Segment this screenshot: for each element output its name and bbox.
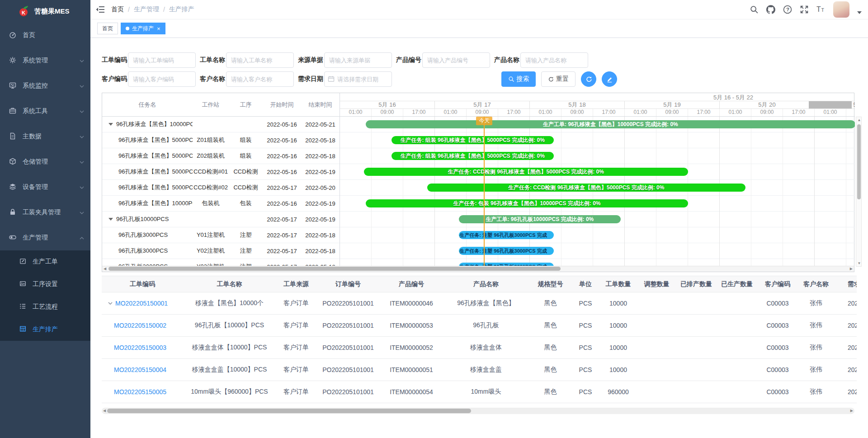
gantt-task-row[interactable]: 96孔移液盒【黑色】5000PCSCCD检测#02CCD检测2022-05-17… — [102, 180, 340, 196]
gantt-task-row[interactable]: 96孔孔板3000PCSY01注塑机注塑2022-05-172022-05-18 — [102, 227, 340, 243]
timeline-day-label: 5月 20 — [720, 101, 815, 108]
scroll-left-icon[interactable]: ◀ — [103, 408, 106, 414]
sidebar-item-2[interactable]: 系统管理 — [0, 48, 90, 73]
task-process-cell: CCD检测 — [229, 168, 263, 176]
timeline-hour-label: 09:00 — [372, 109, 403, 116]
table-row[interactable]: MO20220515000296孔孔板【10000】PCS客户订单PO20220… — [102, 315, 857, 337]
reset-button-label: 重置 — [556, 75, 569, 83]
avatar[interactable] — [833, 1, 849, 18]
work-order-link[interactable]: MO202205150003 — [114, 344, 166, 351]
filter-input-1-1[interactable] — [128, 52, 196, 68]
filter-label: 需求日期 — [298, 75, 324, 83]
sidebar-item-8[interactable]: 工装夹具管理 — [0, 200, 90, 225]
tab-label: 生产排产 — [132, 25, 154, 33]
hamburger-icon[interactable] — [90, 5, 111, 14]
table-row[interactable]: MO202205150004移液盒盒盖【10000】PCS客户订单PO20220… — [102, 359, 857, 381]
row-expand-chevron-icon[interactable] — [108, 301, 113, 305]
table-cell: ITEM00000051 — [380, 366, 443, 373]
refresh-circle-button[interactable] — [581, 71, 596, 87]
work-order-code-cell: MO202205150001 — [102, 300, 183, 307]
scroll-down-icon[interactable]: ▼ — [856, 261, 862, 265]
gantt-bar-label: 生产任务: 注塑 96孔孔板3000PCS 完成 — [460, 232, 547, 239]
gantt-task-row[interactable]: 96孔移液盒【黑色】5000PCSZ01组装机组装2022-05-162022-… — [102, 132, 340, 148]
reset-button[interactable]: 重置 — [541, 71, 576, 87]
gantt-hscroll-thumb[interactable] — [108, 267, 561, 271]
timeline-hour-label: 09:00 — [751, 109, 783, 116]
gantt-task-row[interactable]: 96孔移液盒【黑色】10000PCS2022-05-162022-05-21 — [102, 117, 340, 132]
sidebar-subitem-4[interactable]: 生产排产 — [0, 318, 90, 341]
table-header-row: 工单编码工单名称工单来源订单编号产品编号产品名称规格型号单位工单数量调整数量已排… — [102, 276, 857, 292]
scroll-right-icon[interactable]: ▶ — [850, 266, 853, 272]
fullscreen-icon[interactable] — [800, 5, 809, 14]
gantt-bar[interactable]: 生产工单: 96孔孔板10000PCS 完成比例: 0% — [459, 215, 621, 223]
scroll-up-icon[interactable]: ▲ — [856, 118, 862, 122]
filter-input-1-3[interactable] — [324, 52, 392, 68]
filter-input-2-2[interactable] — [226, 71, 294, 87]
edit-circle-button[interactable] — [602, 71, 617, 87]
work-order-link[interactable]: MO202205150004 — [114, 366, 166, 373]
work-order-link[interactable]: MO202205150005 — [114, 388, 166, 396]
sidebar-subitem-1[interactable]: 生产工单 — [0, 250, 90, 273]
layers-icon — [9, 183, 16, 192]
sidebar-item-7[interactable]: 设备管理 — [0, 174, 90, 200]
gantt-bar[interactable]: 生产任务: 组装 96孔移液盒【黑色】5000PCS 完成比例: 0% — [392, 136, 554, 144]
search-icon[interactable] — [750, 5, 759, 14]
sidebar-item-1[interactable]: 首页 — [0, 23, 90, 48]
gantt-task-row[interactable]: 96孔孔板10000PCS2022-05-172022-05-19 — [102, 212, 340, 227]
gantt-task-row[interactable]: 96孔移液盒【黑色】5000PCSCCD检测#01CCD检测2022-05-16… — [102, 164, 340, 180]
gantt-bar[interactable]: 生产任务: CCD检测 96孔移液盒【黑色】5000PCS 完成比例: 0% — [427, 184, 745, 192]
gantt-bar[interactable]: 生产任务: 注塑 96孔孔板3000PCS 完成 — [459, 231, 554, 239]
gantt-bar[interactable]: 生产任务: 组装 96孔移液盒【黑色】5000PCS 完成比例: 0% — [392, 152, 554, 160]
gantt-bar[interactable]: 生产任务: 包装 96孔移液盒【黑色】10000PCS 完成比例: 0% — [366, 199, 688, 207]
close-icon[interactable]: × — [157, 26, 160, 32]
table-cell: 客户订单 — [276, 388, 316, 396]
filter-input-1-4[interactable] — [422, 52, 490, 68]
tab-1[interactable]: 首页 — [97, 23, 118, 34]
gantt-bar[interactable]: 生产任务: 注塑 96孔孔板3000PCS 完成 — [459, 247, 554, 255]
help-icon[interactable]: ? — [783, 5, 792, 14]
expand-triangle-icon[interactable] — [108, 123, 113, 126]
expand-triangle-icon[interactable] — [108, 218, 113, 221]
work-order-link[interactable]: MO202205150001 — [115, 300, 168, 307]
gantt-vscroll-thumb[interactable] — [857, 124, 861, 199]
sidebar-item-9[interactable]: 生产管理 — [0, 225, 90, 250]
app-logo[interactable]: K 苦糖果MES — [0, 0, 90, 23]
table-cell: 黑色 — [529, 299, 572, 307]
sidebar-subitem-3[interactable]: 工艺流程 — [0, 296, 90, 318]
work-order-link[interactable]: MO202205150002 — [114, 322, 166, 329]
caret-down-icon[interactable] — [857, 11, 862, 14]
table-cell: 客户订单 — [276, 366, 316, 374]
filter-input-1-2[interactable] — [226, 52, 294, 68]
search-button[interactable]: 搜索 — [501, 71, 536, 87]
gantt-task-row[interactable]: 96孔移液盒【黑色】10000PCS包装机包装2022-05-162022-05… — [102, 196, 340, 212]
gantt-task-row[interactable]: 96孔移液盒【黑色】5000PCSZ02组装机组装2022-05-162022-… — [102, 148, 340, 164]
breadcrumb-item-1[interactable]: 首页 — [111, 5, 124, 14]
timeline-hour-label: 01:00 — [530, 109, 561, 116]
scroll-left-icon[interactable]: ◀ — [104, 266, 106, 272]
filter-input-1-5[interactable] — [520, 52, 588, 68]
sidebar-subitem-2[interactable]: 工序设置 — [0, 273, 90, 296]
gantt-panel: 任务名工作站工序开始时间结束时间 96孔移液盒【黑色】10000PCS2022-… — [102, 93, 854, 272]
gantt-task-row[interactable]: 96孔孔板3000PCSY02注塑机注塑2022-05-172022-05-18 — [102, 243, 340, 259]
sidebar-item-5[interactable]: 主数据 — [0, 124, 90, 149]
gantt-bar[interactable]: 生产工单: 96孔移液盒【黑色】10000PCS 完成比例: 0% — [366, 120, 855, 128]
timeline-scroll-overlay — [809, 101, 852, 108]
sidebar-item-6[interactable]: 仓储管理 — [0, 149, 90, 174]
table-row[interactable]: MO202205150001移液盒【黑色】10000个客户订单PO2022051… — [102, 292, 857, 315]
task-name-text: 96孔移液盒【黑色】5000PCS — [118, 152, 193, 160]
filter-input-2-1[interactable] — [128, 71, 196, 87]
app-root: K 苦糖果MES 首页系统管理系统监控系统工具主数据仓储管理设备管理工装夹具管理… — [0, 0, 868, 438]
github-icon[interactable] — [766, 5, 775, 14]
font-size-icon[interactable]: TT — [816, 5, 826, 14]
sidebar-item-4[interactable]: 系统工具 — [0, 99, 90, 124]
refresh-icon — [585, 76, 592, 83]
sidebar-item-3[interactable]: 系统监控 — [0, 73, 90, 99]
gantt-bar[interactable]: 生产任务: CCD检测 96孔移液盒【黑色】5000PCS 完成比例: 0% — [364, 168, 689, 176]
table-row[interactable]: MO20220515000510mm吸头【960000】PCS客户订单PO202… — [102, 381, 857, 403]
table-row[interactable]: MO202205150003移液盒盒体【10000】PCS客户订单PO20220… — [102, 337, 857, 359]
tab-2[interactable]: 生产排产× — [121, 23, 165, 34]
gantt-col-header: 开始时间 — [263, 101, 301, 109]
task-name-cell: 96孔孔板10000PCS — [102, 215, 193, 223]
table-hscroll-thumb[interactable] — [107, 409, 471, 413]
scroll-right-icon[interactable]: ▶ — [850, 408, 853, 414]
